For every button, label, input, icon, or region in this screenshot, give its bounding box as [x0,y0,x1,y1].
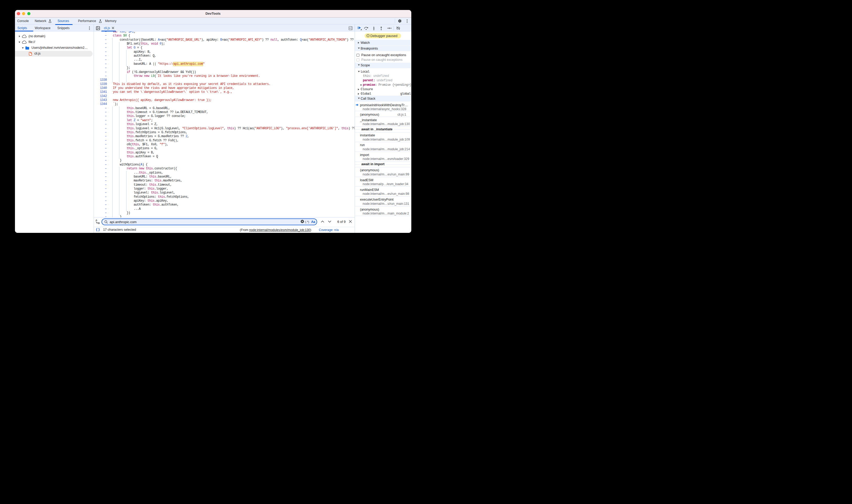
svg-text:B: B [98,221,100,224]
svg-text:A: A [95,219,97,221]
